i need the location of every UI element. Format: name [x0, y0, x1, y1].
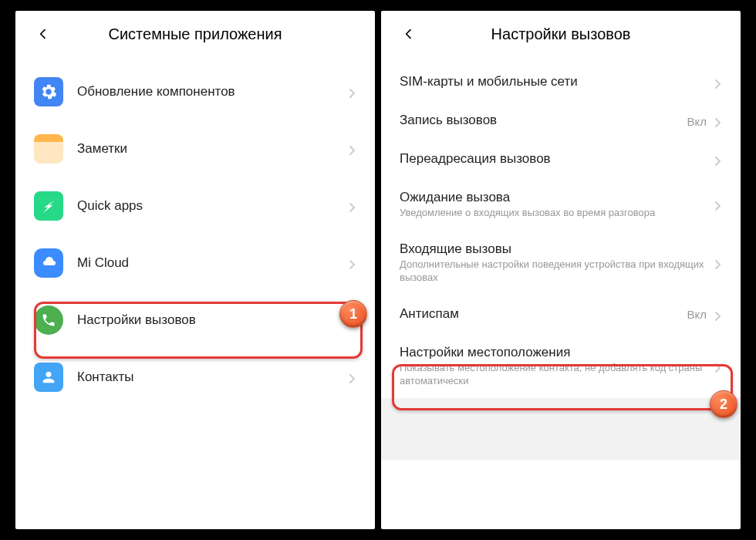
chevron-right-icon	[714, 79, 722, 86]
screen-system-apps: Системные приложения Обновление компонен…	[15, 11, 375, 529]
item-mi-cloud[interactable]: Mi Cloud	[15, 235, 375, 292]
gear-icon	[34, 77, 63, 106]
item-call-settings[interactable]: Настройки вызовов	[15, 292, 375, 349]
item-label: Quick apps	[77, 198, 349, 214]
item-label: Mi Cloud	[77, 255, 349, 271]
item-incoming-calls[interactable]: Входящие вызовы Дополнительные настройки…	[381, 231, 741, 295]
item-location-settings[interactable]: Настройки местоположения Показывать мест…	[381, 334, 741, 399]
item-title: SIM-карты и мобильные сети	[400, 74, 714, 89]
item-title: Антиспам	[400, 306, 687, 322]
item-call-recording[interactable]: Запись вызовов Вкл	[381, 102, 741, 140]
item-quick-apps[interactable]: Quick apps	[15, 177, 375, 235]
item-sim-networks[interactable]: SIM-карты и мобильные сети	[381, 63, 741, 102]
chevron-right-icon	[714, 259, 722, 267]
item-title: Входящие вызовы	[400, 241, 714, 257]
item-title: Переадресация вызовов	[400, 151, 714, 167]
cloud-icon	[34, 248, 63, 278]
item-call-waiting[interactable]: Ожидание вызова Уведомление о входящих в…	[381, 179, 741, 231]
back-button[interactable]	[34, 25, 52, 43]
chevron-right-icon	[349, 145, 356, 153]
item-antispam[interactable]: Антиспам Вкл	[381, 295, 741, 334]
header: Системные приложения	[15, 11, 375, 57]
contacts-icon	[34, 363, 63, 392]
notes-icon	[34, 134, 63, 164]
phone-icon	[34, 305, 63, 335]
back-icon	[37, 28, 49, 40]
item-label: Обновление компонентов	[77, 84, 349, 100]
screen-call-settings: Настройки вызовов SIM-карты и мобильные …	[381, 11, 741, 529]
item-subtitle: Уведомление о входящих вызовах во время …	[400, 207, 714, 220]
chevron-right-icon	[349, 202, 356, 210]
chevron-right-icon	[714, 311, 722, 319]
step-badge-2: 2	[710, 390, 737, 418]
chevron-right-icon	[714, 117, 722, 125]
chevron-right-icon	[349, 88, 356, 96]
quickapps-icon	[34, 191, 63, 221]
item-label: Настройки вызовов	[77, 312, 349, 328]
item-component-update[interactable]: Обновление компонентов	[15, 63, 375, 120]
chevron-right-icon	[349, 259, 356, 267]
back-icon	[403, 28, 415, 40]
item-label: Контакты	[77, 370, 349, 385]
page-title: Настройки вызовов	[397, 25, 725, 43]
chevron-right-icon	[349, 373, 356, 381]
item-notes[interactable]: Заметки	[15, 120, 375, 177]
item-label: Заметки	[77, 141, 349, 157]
bottom-spacer	[381, 398, 741, 460]
item-title: Ожидание вызова	[400, 190, 714, 205]
item-value: Вкл	[687, 308, 707, 321]
settings-list: Обновление компонентов Заметки Quick app…	[15, 57, 375, 406]
settings-list: SIM-карты и мобильные сети Запись вызово…	[381, 57, 741, 398]
item-title: Запись вызовов	[400, 113, 687, 128]
item-contacts[interactable]: Контакты	[15, 349, 375, 406]
step-badge-1: 1	[339, 300, 367, 328]
chevron-right-icon	[714, 201, 722, 208]
item-subtitle: Показывать местоположение контакта, не д…	[400, 362, 714, 388]
chevron-right-icon	[714, 156, 722, 164]
back-button[interactable]	[400, 25, 418, 43]
item-value: Вкл	[687, 115, 707, 128]
page-title: Системные приложения	[31, 25, 359, 43]
item-call-forwarding[interactable]: Переадресация вызовов	[381, 140, 741, 179]
header: Настройки вызовов	[381, 11, 741, 57]
item-title: Настройки местоположения	[400, 345, 714, 360]
item-subtitle: Дополнительные настройки поведения устро…	[400, 258, 714, 285]
chevron-right-icon	[714, 363, 722, 370]
